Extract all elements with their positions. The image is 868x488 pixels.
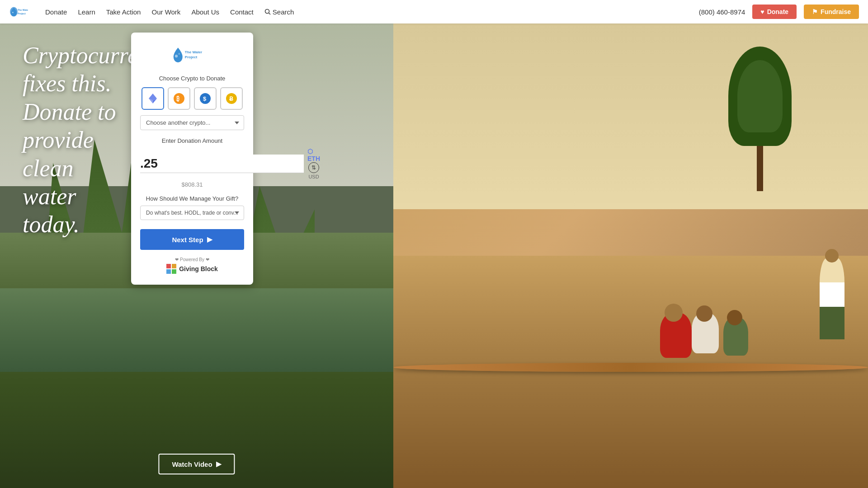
crypto-bsv-button[interactable]: Ƀ — [220, 87, 243, 110]
right-ground — [393, 256, 868, 488]
figure-standing — [820, 258, 844, 339]
flag-icon: ⚑ — [812, 8, 818, 15]
nav-link-take-action[interactable]: Take Action — [106, 8, 141, 16]
manage-dropdown[interactable]: Do what's best. HODL, trade or conv... — [140, 206, 244, 220]
svg-text:The Waler: The Waler — [185, 50, 203, 54]
manage-section: How Should We Manage Your Gift? Do what'… — [140, 195, 244, 220]
hero-text: Cryptocurrency fixes this. Donate to pro… — [23, 42, 122, 239]
heart-icon: ♥ — [760, 8, 764, 15]
nav-links: Donate Learn Take Action Our Work About … — [45, 8, 699, 16]
phone-number: (800) 460-8974 — [699, 8, 745, 16]
svg-text:Project: Project — [18, 12, 26, 15]
right-sky — [393, 23, 868, 209]
crypto-icon-group: ₿ $ Ƀ — [140, 87, 244, 110]
svg-text:The Water: The Water — [18, 9, 28, 11]
svg-point-1 — [12, 12, 14, 13]
hero-right-panel — [393, 23, 868, 488]
figures-crouching — [646, 299, 773, 358]
amount-section: Enter Donation Amount ⬡ ETH ⇅ USD $808.3… — [140, 137, 244, 188]
powered-by: ❤ Powered By ❤ Giving Block — [140, 257, 244, 274]
svg-point-4 — [265, 9, 269, 14]
navbar: The Water Project Donate Learn Take Acti… — [0, 0, 868, 23]
crypto-usdc-button[interactable]: $ — [194, 87, 217, 110]
svg-rect-20 — [172, 264, 176, 268]
amount-input[interactable] — [140, 155, 304, 173]
crypto-dropdown[interactable]: Choose another crypto... — [140, 115, 244, 130]
svg-rect-19 — [166, 264, 171, 268]
hero-title: Cryptocurrency fixes this. Donate to pro… — [23, 42, 122, 239]
eth-badge: ⬡ ETH ⇅ USD — [307, 148, 320, 179]
nav-link-learn[interactable]: Learn — [78, 8, 95, 16]
search-button[interactable]: Search — [264, 8, 294, 16]
hero-left-panel: Cryptocurrency fixes this. Donate to pro… — [0, 23, 393, 488]
svg-line-5 — [269, 13, 270, 15]
giving-block-label: Giving Block — [179, 265, 218, 272]
navbar-right: (800) 460-8974 ♥ Donate ⚑ Fundraise — [699, 5, 859, 19]
crypto-btc-button[interactable]: ₿ — [168, 87, 190, 110]
usd-label: USD — [308, 174, 319, 179]
svg-text:Ƀ: Ƀ — [229, 95, 233, 102]
powered-label: ❤ Powered By ❤ — [140, 257, 244, 262]
arrow-icon: ▶ — [207, 235, 212, 244]
amount-input-row: ⬡ ETH ⇅ USD — [140, 148, 244, 179]
watch-video-button[interactable]: Watch Video ▶ — [158, 454, 235, 474]
nav-link-about-us[interactable]: About Us — [191, 8, 219, 16]
right-scene — [393, 23, 868, 488]
manage-label: How Should We Manage Your Gift? — [140, 195, 244, 202]
svg-rect-22 — [172, 269, 176, 274]
fundraise-nav-button[interactable]: ⚑ Fundraise — [804, 5, 859, 19]
svg-text:Project: Project — [185, 55, 198, 59]
giving-block-logo: Giving Block — [140, 264, 244, 274]
nav-link-contact[interactable]: Contact — [230, 8, 254, 16]
widget-logo: The Waler Project — [140, 43, 244, 68]
river — [0, 288, 393, 372]
play-icon: ▶ — [216, 460, 222, 468]
tree — [737, 47, 783, 191]
swap-icon[interactable]: ⇅ — [308, 162, 319, 173]
next-step-button[interactable]: Next Step ▶ — [140, 229, 244, 250]
search-label: Search — [273, 8, 294, 16]
eth-symbol: ⬡ ETH — [307, 148, 320, 162]
nav-link-donate[interactable]: Donate — [45, 8, 67, 16]
hero: Cryptocurrency fixes this. Donate to pro… — [0, 23, 868, 488]
donate-nav-button[interactable]: ♥ Donate — [752, 5, 797, 19]
donation-widget: The Waler Project Choose Crypto to Donat… — [131, 33, 253, 285]
crypto-eth-button[interactable] — [142, 87, 164, 110]
bank-edge — [393, 363, 868, 372]
svg-point-6 — [175, 55, 178, 57]
choose-crypto-label: Choose Crypto to Donate — [140, 75, 244, 82]
logo[interactable]: The Water Project — [9, 2, 32, 21]
usd-value: $808.31 — [140, 181, 244, 188]
svg-text:$: $ — [203, 95, 207, 102]
svg-text:₿: ₿ — [176, 95, 179, 102]
svg-rect-21 — [166, 269, 171, 274]
amount-label: Enter Donation Amount — [140, 137, 244, 144]
nav-link-our-work[interactable]: Our Work — [151, 8, 180, 16]
svg-point-7 — [178, 53, 180, 55]
